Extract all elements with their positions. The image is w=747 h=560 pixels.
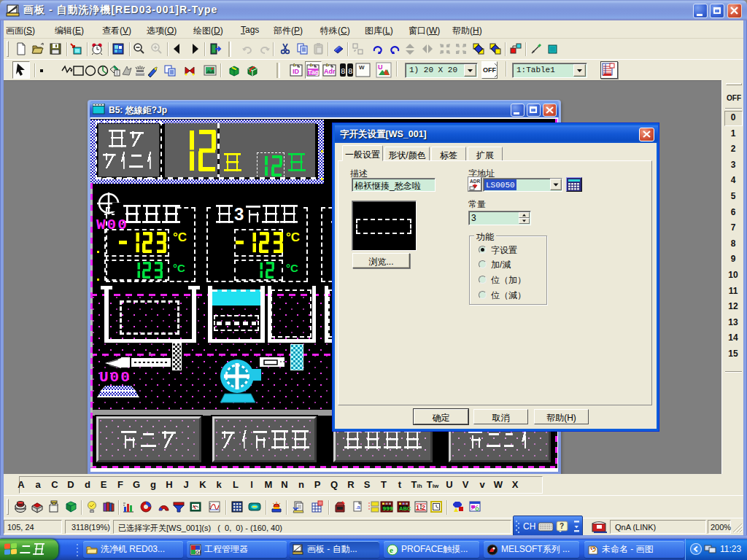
svg-text:2: 2	[422, 504, 425, 511]
svg-text:W: W	[359, 64, 365, 71]
svg-text:999: 999	[383, 505, 394, 512]
svg-text:ADR: ADR	[470, 179, 480, 184]
svg-text:?: ?	[560, 522, 564, 530]
svg-text:GP: GP	[196, 550, 201, 555]
svg-text:Adr: Adr	[324, 68, 336, 75]
svg-text:Tag: Tag	[308, 69, 319, 76]
svg-text:ID: ID	[293, 68, 300, 75]
svg-text:.a: .a	[355, 504, 360, 510]
svg-text:e: e	[390, 545, 393, 554]
svg-text:8: 8	[341, 67, 346, 76]
svg-text:1: 1	[416, 504, 419, 511]
svg-text:ABC: ABC	[399, 505, 411, 512]
svg-text:U: U	[378, 63, 383, 71]
svg-text:8: 8	[348, 67, 353, 76]
